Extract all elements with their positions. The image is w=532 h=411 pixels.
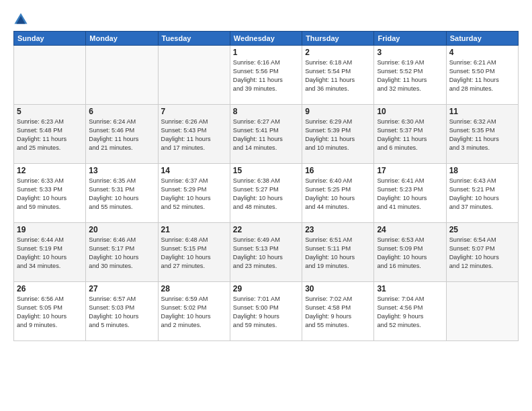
day-info: Sunrise: 6:24 AM Sunset: 5:46 PM Dayligh… — [89, 118, 154, 152]
calendar-cell: 10Sunrise: 6:30 AM Sunset: 5:37 PM Dayli… — [374, 105, 446, 164]
day-info: Sunrise: 7:04 AM Sunset: 4:56 PM Dayligh… — [377, 295, 443, 330]
weekday-header: Friday — [374, 32, 446, 46]
day-info: Sunrise: 6:37 AM Sunset: 5:29 PM Dayligh… — [161, 177, 227, 212]
day-number: 3 — [377, 48, 443, 57]
calendar-cell: 13Sunrise: 6:35 AM Sunset: 5:31 PM Dayli… — [86, 164, 158, 223]
calendar-cell: 5Sunrise: 6:23 AM Sunset: 5:48 PM Daylig… — [14, 105, 86, 164]
day-number: 30 — [305, 284, 371, 293]
calendar-cell: 8Sunrise: 6:27 AM Sunset: 5:41 PM Daylig… — [230, 105, 302, 164]
day-number: 14 — [161, 166, 227, 175]
day-number: 6 — [89, 107, 154, 116]
day-info: Sunrise: 6:49 AM Sunset: 5:13 PM Dayligh… — [233, 236, 299, 271]
weekday-header: Sunday — [14, 32, 86, 46]
calendar-cell: 30Sunrise: 7:02 AM Sunset: 4:58 PM Dayli… — [302, 282, 374, 341]
calendar-cell: 15Sunrise: 6:38 AM Sunset: 5:27 PM Dayli… — [230, 164, 302, 223]
day-number: 2 — [305, 48, 371, 57]
day-info: Sunrise: 6:46 AM Sunset: 5:17 PM Dayligh… — [89, 236, 154, 271]
day-number: 31 — [377, 284, 443, 293]
day-number: 17 — [377, 166, 443, 175]
day-info: Sunrise: 6:35 AM Sunset: 5:31 PM Dayligh… — [89, 177, 154, 212]
calendar-cell — [446, 282, 518, 341]
day-number: 26 — [17, 284, 83, 293]
calendar-cell — [14, 46, 86, 105]
logo-icon — [13, 12, 28, 27]
calendar-cell — [158, 46, 230, 105]
day-info: Sunrise: 7:01 AM Sunset: 5:00 PM Dayligh… — [233, 295, 299, 330]
day-number: 21 — [161, 225, 227, 234]
weekday-header: Tuesday — [158, 32, 230, 46]
day-number: 10 — [377, 107, 443, 116]
calendar-cell: 16Sunrise: 6:40 AM Sunset: 5:25 PM Dayli… — [302, 164, 374, 223]
calendar-cell: 7Sunrise: 6:26 AM Sunset: 5:43 PM Daylig… — [158, 105, 230, 164]
day-info: Sunrise: 6:32 AM Sunset: 5:35 PM Dayligh… — [449, 118, 515, 152]
weekday-header: Wednesday — [230, 32, 302, 46]
day-number: 15 — [233, 166, 299, 175]
header — [13, 12, 519, 27]
calendar-cell: 2Sunrise: 6:18 AM Sunset: 5:54 PM Daylig… — [302, 46, 374, 105]
calendar-week-row: 5Sunrise: 6:23 AM Sunset: 5:48 PM Daylig… — [14, 105, 519, 164]
day-number: 20 — [89, 225, 154, 234]
calendar-cell: 1Sunrise: 6:16 AM Sunset: 5:56 PM Daylig… — [230, 46, 302, 105]
calendar-cell: 6Sunrise: 6:24 AM Sunset: 5:46 PM Daylig… — [86, 105, 158, 164]
day-info: Sunrise: 6:30 AM Sunset: 5:37 PM Dayligh… — [377, 118, 443, 152]
day-number: 27 — [89, 284, 154, 293]
day-number: 18 — [449, 166, 515, 175]
day-info: Sunrise: 6:38 AM Sunset: 5:27 PM Dayligh… — [233, 177, 299, 212]
calendar-cell: 17Sunrise: 6:41 AM Sunset: 5:23 PM Dayli… — [374, 164, 446, 223]
calendar-cell: 20Sunrise: 6:46 AM Sunset: 5:17 PM Dayli… — [86, 223, 158, 282]
day-number: 16 — [305, 166, 371, 175]
day-info: Sunrise: 6:18 AM Sunset: 5:54 PM Dayligh… — [305, 58, 371, 93]
day-info: Sunrise: 6:51 AM Sunset: 5:11 PM Dayligh… — [305, 236, 371, 271]
day-info: Sunrise: 6:43 AM Sunset: 5:21 PM Dayligh… — [449, 177, 515, 212]
calendar-week-row: 1Sunrise: 6:16 AM Sunset: 5:56 PM Daylig… — [14, 46, 519, 105]
day-info: Sunrise: 6:33 AM Sunset: 5:33 PM Dayligh… — [17, 177, 83, 212]
day-info: Sunrise: 6:59 AM Sunset: 5:02 PM Dayligh… — [161, 295, 227, 330]
day-info: Sunrise: 6:40 AM Sunset: 5:25 PM Dayligh… — [305, 177, 371, 212]
calendar-cell: 14Sunrise: 6:37 AM Sunset: 5:29 PM Dayli… — [158, 164, 230, 223]
day-number: 22 — [233, 225, 299, 234]
day-number: 5 — [17, 107, 83, 116]
day-number: 29 — [233, 284, 299, 293]
day-info: Sunrise: 6:19 AM Sunset: 5:52 PM Dayligh… — [377, 58, 443, 93]
calendar: SundayMondayTuesdayWednesdayThursdayFrid… — [13, 31, 519, 341]
calendar-cell: 3Sunrise: 6:19 AM Sunset: 5:52 PM Daylig… — [374, 46, 446, 105]
calendar-week-row: 19Sunrise: 6:44 AM Sunset: 5:19 PM Dayli… — [14, 223, 519, 282]
day-number: 13 — [89, 166, 154, 175]
day-number: 25 — [449, 225, 515, 234]
calendar-cell: 21Sunrise: 6:48 AM Sunset: 5:15 PM Dayli… — [158, 223, 230, 282]
weekday-header: Monday — [86, 32, 158, 46]
calendar-cell: 22Sunrise: 6:49 AM Sunset: 5:13 PM Dayli… — [230, 223, 302, 282]
day-info: Sunrise: 6:29 AM Sunset: 5:39 PM Dayligh… — [305, 118, 371, 152]
day-info: Sunrise: 6:53 AM Sunset: 5:09 PM Dayligh… — [377, 236, 443, 271]
logo — [13, 12, 31, 27]
calendar-cell: 18Sunrise: 6:43 AM Sunset: 5:21 PM Dayli… — [446, 164, 518, 223]
weekday-header: Thursday — [302, 32, 374, 46]
day-info: Sunrise: 6:26 AM Sunset: 5:43 PM Dayligh… — [161, 118, 227, 152]
day-info: Sunrise: 6:23 AM Sunset: 5:48 PM Dayligh… — [17, 118, 83, 152]
day-number: 1 — [233, 48, 299, 57]
calendar-cell — [86, 46, 158, 105]
calendar-week-row: 12Sunrise: 6:33 AM Sunset: 5:33 PM Dayli… — [14, 164, 519, 223]
calendar-cell: 24Sunrise: 6:53 AM Sunset: 5:09 PM Dayli… — [374, 223, 446, 282]
calendar-cell: 25Sunrise: 6:54 AM Sunset: 5:07 PM Dayli… — [446, 223, 518, 282]
day-number: 24 — [377, 225, 443, 234]
day-number: 7 — [161, 107, 227, 116]
day-number: 23 — [305, 225, 371, 234]
day-number: 8 — [233, 107, 299, 116]
day-number: 19 — [17, 225, 83, 234]
day-info: Sunrise: 6:44 AM Sunset: 5:19 PM Dayligh… — [17, 236, 83, 271]
calendar-week-row: 26Sunrise: 6:56 AM Sunset: 5:05 PM Dayli… — [14, 282, 519, 341]
day-number: 12 — [17, 166, 83, 175]
day-info: Sunrise: 6:21 AM Sunset: 5:50 PM Dayligh… — [449, 58, 515, 93]
calendar-cell: 31Sunrise: 7:04 AM Sunset: 4:56 PM Dayli… — [374, 282, 446, 341]
calendar-cell: 4Sunrise: 6:21 AM Sunset: 5:50 PM Daylig… — [446, 46, 518, 105]
calendar-cell: 28Sunrise: 6:59 AM Sunset: 5:02 PM Dayli… — [158, 282, 230, 341]
day-info: Sunrise: 6:57 AM Sunset: 5:03 PM Dayligh… — [89, 295, 154, 330]
calendar-cell: 19Sunrise: 6:44 AM Sunset: 5:19 PM Dayli… — [14, 223, 86, 282]
day-info: Sunrise: 6:27 AM Sunset: 5:41 PM Dayligh… — [233, 118, 299, 152]
day-info: Sunrise: 6:41 AM Sunset: 5:23 PM Dayligh… — [377, 177, 443, 212]
day-info: Sunrise: 6:16 AM Sunset: 5:56 PM Dayligh… — [233, 58, 299, 93]
weekday-header: Saturday — [446, 32, 518, 46]
calendar-cell: 9Sunrise: 6:29 AM Sunset: 5:39 PM Daylig… — [302, 105, 374, 164]
calendar-cell: 11Sunrise: 6:32 AM Sunset: 5:35 PM Dayli… — [446, 105, 518, 164]
